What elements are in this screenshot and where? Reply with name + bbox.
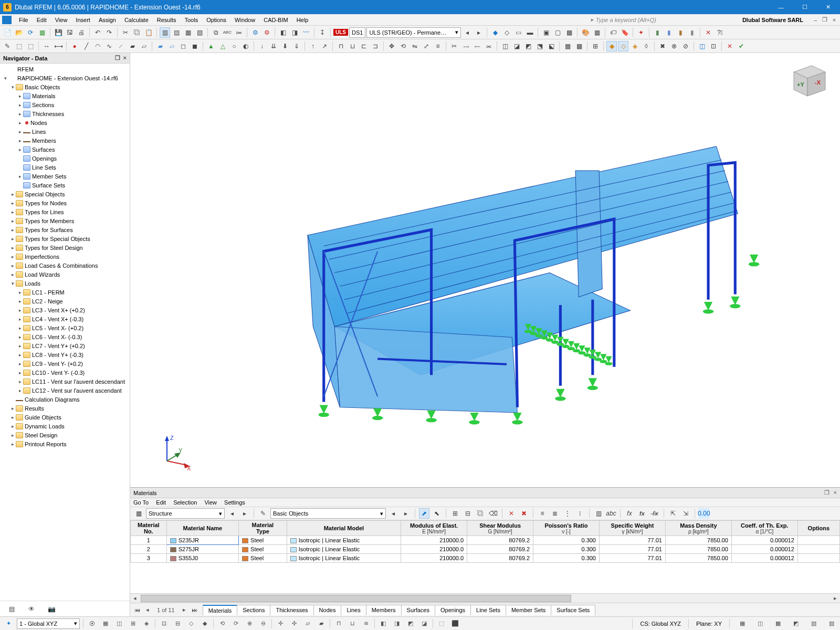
misc-2-icon[interactable]: ◪ <box>511 41 522 51</box>
tree-sections[interactable]: ▸Sections <box>0 100 130 109</box>
tree-surface-sets[interactable]: Surface Sets <box>0 181 130 190</box>
results-on-icon[interactable]: ◧ <box>278 27 288 38</box>
calculate-icon[interactable]: ⚙ <box>250 27 260 38</box>
delete-tool-icon[interactable]: ✕ <box>724 41 735 51</box>
rotate-icon[interactable]: ⟲ <box>398 41 408 51</box>
connect-3-icon[interactable]: ⊏ <box>359 41 369 51</box>
doc-close-icon[interactable]: × <box>831 16 838 24</box>
menu-assign[interactable]: Assign <box>94 16 120 24</box>
tree-members[interactable]: ▸Members <box>0 136 130 145</box>
hinge-tool-icon[interactable]: ○ <box>229 41 239 51</box>
sync-view-icon[interactable]: ⬉ <box>432 508 442 519</box>
row-xx-icon[interactable]: ✖ <box>519 508 529 519</box>
sb-8-icon[interactable]: ◇ <box>186 618 196 629</box>
sync-select-icon[interactable]: ⬈ <box>419 508 429 519</box>
fx-2-icon[interactable]: ≣ <box>550 508 560 519</box>
view-cube[interactable]: +Y -X <box>788 60 830 100</box>
tree-loads[interactable]: ▾Loads <box>0 279 130 288</box>
display-icon-3[interactable]: ▭ <box>513 27 523 38</box>
offset-icon[interactable]: ≡ <box>433 41 443 51</box>
abc-label-icon[interactable]: abc <box>606 508 616 519</box>
hscroll-right-icon[interactable]: ▸ <box>831 595 840 602</box>
polyline-icon[interactable]: ⟋ <box>116 41 126 51</box>
support2-tool-icon[interactable]: △ <box>217 41 228 51</box>
tree-steel-design[interactable]: ▸Steel Design <box>0 430 130 439</box>
nav-views-tab-icon[interactable]: 📷 <box>44 604 59 614</box>
keyword-search[interactable]: ▸ Type a keyword (Alt+Q) <box>591 16 656 23</box>
row-ins-icon[interactable]: ⊞ <box>450 508 460 519</box>
tree-surfaces[interactable]: ▸Surfaces <box>0 145 130 154</box>
divide-icon[interactable]: ✂ <box>449 41 459 51</box>
extend-icon[interactable]: ⟞ <box>460 41 471 51</box>
menu-window[interactable]: Window <box>230 16 259 24</box>
tree-load-cases-combinations[interactable]: ▸Load Cases & Combinations <box>0 261 130 270</box>
maximize-button[interactable]: ☐ <box>793 0 816 14</box>
render-1-icon[interactable]: ▣ <box>541 27 551 38</box>
view-mode-1-icon[interactable]: ▥ <box>160 27 170 38</box>
tree-materials[interactable]: ▸Materials <box>0 91 130 100</box>
sb-15-icon[interactable]: ✣ <box>289 618 299 629</box>
menu-tools[interactable]: Tools <box>180 16 202 24</box>
new-icon[interactable]: 📄 <box>2 27 13 38</box>
script-icon[interactable]: ≔ <box>234 27 244 38</box>
clip2-icon[interactable]: ⊡ <box>708 41 719 51</box>
tree-lc10-vent-y-0-3-[interactable]: ▸LC10 - Vent Y- (-0.3) <box>0 368 130 377</box>
solid-4-icon[interactable]: ▮ <box>687 27 697 38</box>
doc-minimize-icon[interactable]: – <box>812 16 819 24</box>
apply-tool-icon[interactable]: ✔ <box>736 41 747 51</box>
tree-lc11-vent-sur-l-auvent-descendant[interactable]: ▸LC11 - Vent sur l'auvent descendant <box>0 377 130 386</box>
tree-nodes[interactable]: ▸Nodes <box>0 118 130 127</box>
table-menu-go-to[interactable]: Go To <box>133 499 149 506</box>
page-first-icon[interactable]: ⏮ <box>132 605 142 615</box>
sb-6-icon[interactable]: ⊡ <box>159 618 169 629</box>
load-tool-1-icon[interactable]: ↓ <box>257 41 267 51</box>
filter-icon[interactable]: ▥ <box>593 508 604 519</box>
sb-21-icon[interactable]: ◧ <box>378 618 388 629</box>
basic-prev-icon[interactable]: ◂ <box>388 508 398 519</box>
tree-thicknesses[interactable]: ▸Thicknesses <box>0 109 130 118</box>
hscroll-left-icon[interactable]: ◂ <box>130 595 140 602</box>
mirror-icon[interactable]: ⇋ <box>410 41 420 51</box>
tree-member-sets[interactable]: ▸Member Sets <box>0 172 130 181</box>
load-combo-combo[interactable]: ULS (STR/GEO) - Permane…▾ <box>366 27 461 38</box>
sb-16-icon[interactable]: ▱ <box>302 618 313 629</box>
arc-tool-icon[interactable]: ◠ <box>92 41 103 51</box>
block-manager-icon[interactable]: ▦ <box>37 27 47 38</box>
tree-special-objects[interactable]: ▸Special Objects <box>0 190 130 198</box>
fx-3-icon[interactable]: ⋮ <box>562 508 573 519</box>
axis-xy-icon[interactable]: ↗ <box>319 41 330 51</box>
row-copy-icon[interactable]: ⿻ <box>475 508 486 519</box>
sb-7-icon[interactable]: ⊟ <box>172 618 183 629</box>
sb-1-icon[interactable]: ⦿ <box>87 618 97 629</box>
tab-thicknesses[interactable]: Thicknesses <box>270 605 313 615</box>
sb-23-icon[interactable]: ◩ <box>405 618 416 629</box>
menu-file[interactable]: File <box>15 16 33 24</box>
tree-lc2-neige[interactable]: ▸LC2 - Neige <box>0 297 130 306</box>
sb-end-2-icon[interactable]: ◫ <box>755 618 765 629</box>
structure-combo[interactable]: Structure▾ <box>146 508 225 519</box>
view-mode-2-icon[interactable]: ▤ <box>171 27 182 38</box>
join-icon[interactable]: ⫘ <box>484 41 494 51</box>
connect-4-icon[interactable]: ⊐ <box>370 41 381 51</box>
tree-line-sets[interactable]: Line Sets <box>0 163 130 172</box>
tab-line-sets[interactable]: Line Sets <box>470 605 506 615</box>
opening-tool-icon[interactable]: ◻ <box>178 41 188 51</box>
clip-icon[interactable]: ◫ <box>697 41 707 51</box>
uls-badge[interactable]: ULS <box>333 29 348 36</box>
solid-3-icon[interactable]: ▮ <box>675 27 686 38</box>
axis-z-icon[interactable]: ↑ <box>308 41 318 51</box>
fx-strike-icon[interactable]: f̶x̶ <box>649 508 660 519</box>
dock-icon[interactable]: ❐ <box>115 55 120 61</box>
sb-end-3-icon[interactable]: ▩ <box>773 618 783 629</box>
menu-calculate[interactable]: Calculate <box>120 16 153 24</box>
menu-cad-bim[interactable]: CAD-BIM <box>259 16 292 24</box>
sb-25-icon[interactable]: ⬚ <box>436 618 447 629</box>
tree-lc4-vent-x-0-3-[interactable]: ▸LC4 - Vent X+ (-0.3) <box>0 314 130 323</box>
tab-member-sets[interactable]: Member Sets <box>506 605 551 615</box>
sb-14-icon[interactable]: ✢ <box>275 618 286 629</box>
connect-1-icon[interactable]: ⊓ <box>335 41 346 51</box>
basic-objects-combo[interactable]: Basic Objects▾ <box>270 508 386 519</box>
tab-sections[interactable]: Sections <box>237 605 270 615</box>
menu-help[interactable]: Help <box>292 16 313 24</box>
cut-icon[interactable]: ✂ <box>120 27 131 38</box>
